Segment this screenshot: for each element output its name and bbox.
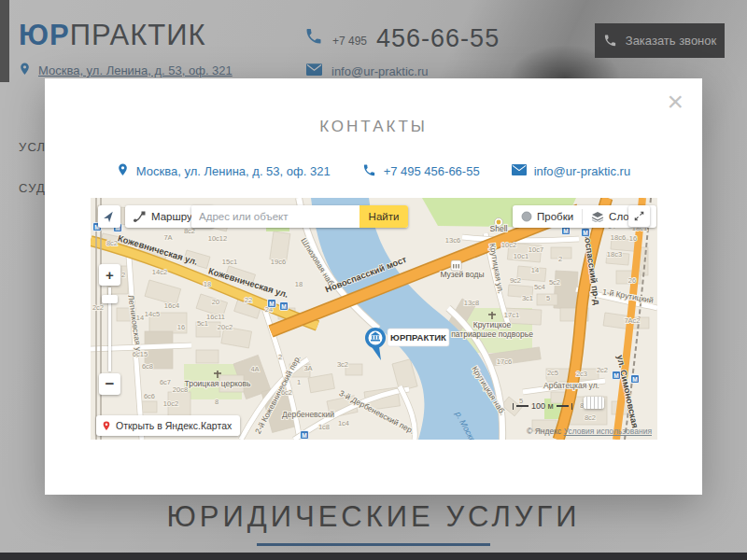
map-label: 26 [628,276,636,285]
zoom-slider-handle[interactable] [102,295,118,303]
map-label: 1с4 [338,419,349,427]
map-label: Крутицкое [473,320,512,329]
map-label: 16 [177,323,185,331]
map-label: 16с11 [206,313,225,321]
map-label: 2 [558,255,562,263]
metro-icon: М [280,302,289,311]
envelope-icon [512,164,527,178]
map-label: 2с2 [597,366,608,374]
map-search-bar: Найти [191,205,408,228]
contacts-modal: × КОНТАКТЫ Москва, ул. Ленина, д. 53, оф… [45,78,702,495]
map-label: 2с2 [92,303,104,312]
map-scale: 100 м [513,401,572,411]
map-label: 14 [136,314,144,322]
map-label: 18 [295,280,303,288]
svg-text:М: М [613,372,618,379]
map-label: 4А [250,365,259,373]
contacts-row: Москва, ул. Ленина, д. 53, оф. 321 +7 49… [45,162,702,180]
layers-icon [591,211,604,222]
contact-address: Москва, ул. Ленина, д. 53, оф. 321 [117,162,331,180]
map-label: 6с2 [281,388,292,397]
svg-text:М: М [302,432,306,439]
map-label: 13с6 [445,236,460,245]
map-label: 20с8 [173,385,188,394]
zoom-in-button[interactable]: + [99,264,120,286]
scale-label: 100 м [531,401,554,411]
terms-link[interactable]: Условия использования [564,427,652,436]
metro-icon: М [268,300,276,308]
metro-icon: М [301,431,309,440]
contact-email-text: info@ur-praktic.ru [534,164,631,178]
map-label: 6с7 [160,378,171,386]
map-label: 17с1 [504,311,519,319]
close-icon[interactable]: × [667,88,684,116]
geolocation-arrow-icon [102,209,117,224]
map-label: 20 [212,298,219,306]
map-label: 10с12 [208,234,227,243]
map-label: 1с8 [318,423,330,431]
open-in-yandex-maps-link[interactable]: Открыть в Яндекс.Картах [96,415,240,436]
fullscreen-icon [632,209,646,223]
zoom-out-button[interactable]: − [99,373,120,395]
phone-icon [362,163,376,180]
svg-text:М: М [563,228,568,234]
location-pin-icon [117,162,129,180]
map-label: 14с5 [145,310,160,318]
map-label: 20с2 [218,323,233,331]
contact-email[interactable]: info@ur-praktic.ru [512,164,631,178]
map-label: 2 [121,271,125,279]
map-label: 18с6 [611,233,626,242]
map-label: патриаршее подворье [451,329,533,339]
map-label: 3А [303,364,312,372]
traffic-label: Пробки [537,211,573,222]
map-label: 18с3 [607,250,622,259]
map-copyright: © Яндекс Условия использования [527,427,652,436]
map-label: 5 [546,294,550,302]
map-label: 13с8 [464,299,479,307]
map-label: 8 [215,398,218,406]
routes-icon [133,210,146,223]
geolocation-button[interactable] [98,205,120,228]
map-label: 3с2 [337,360,348,369]
yandex-map[interactable]: Кожевническая ул.Кожевническая ул.Шлюзов… [91,198,657,440]
map-label: 1 [297,378,301,386]
map-label: 7Ас2 [624,316,640,325]
metro-icon: М [582,229,590,237]
ruler-icon[interactable] [584,397,604,409]
map-label: Арбатецкая ул. [543,381,599,390]
map-label: 9с2 [510,276,521,285]
contact-phone[interactable]: +7 495 456-66-55 [362,163,480,180]
map-label: 2с3 [576,370,587,378]
svg-text:М: М [281,303,286,310]
map-label: 6с15 [133,350,148,358]
map-canvas: Кожевническая ул.Кожевническая ул.Шлюзов… [91,198,657,440]
map-label: 18 [204,280,211,288]
fullscreen-button[interactable] [628,205,650,227]
map-label: 10с2 [501,241,516,249]
map-label: 14с2 [152,268,167,276]
map-label: 17с6 [497,357,512,366]
find-button[interactable]: Найти [359,205,408,228]
map-label: 6с8 [142,362,153,371]
traffic-toggle[interactable]: Пробки [513,205,582,228]
map-label: 10с7 [529,245,543,254]
contact-phone-text: +7 495 456-66-55 [384,164,480,178]
map-label: 15с1 [222,258,237,266]
map-label: 19с6 [271,258,286,266]
svg-text:М: М [269,301,274,307]
map-label: 6с6 [144,392,155,400]
map-label: 5с4 [534,283,545,291]
map-label: 7А [163,233,172,242]
map-label: 10с2 [163,399,178,408]
map-label: 5с1 [197,319,208,328]
search-input[interactable] [191,205,359,228]
metro-icon: М [631,375,640,384]
traffic-light-icon [521,211,532,222]
svg-text:М: М [632,376,637,383]
map-label: Музей воды [440,270,484,279]
contact-address-text: Москва, ул. Ленина, д. 53, оф. 321 [136,164,331,178]
map-label: 16с4 [164,301,179,310]
map-label: Дербеневский [282,410,334,419]
map-label: 2 [278,353,282,361]
modal-title: КОНТАКТЫ [45,118,702,136]
